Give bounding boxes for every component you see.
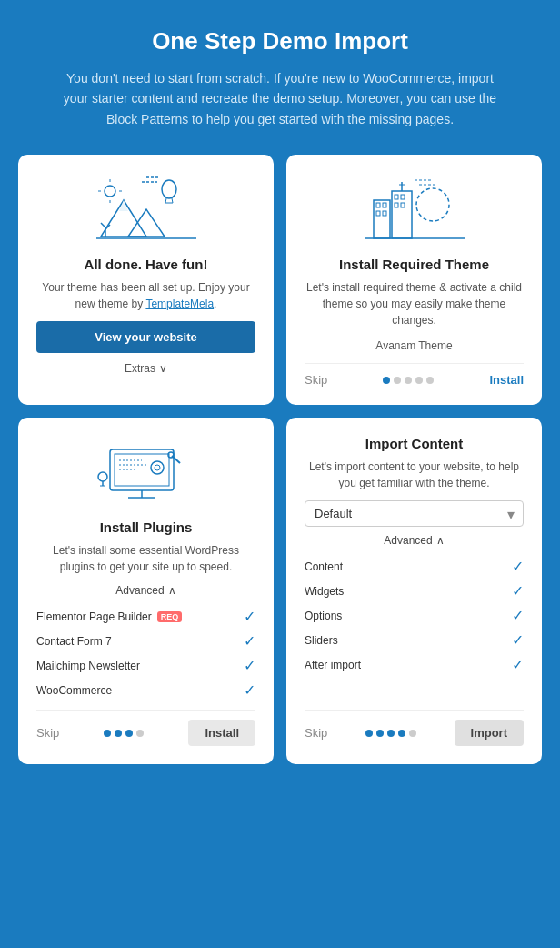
dot-i5: [409, 730, 416, 737]
plugin-name-contact: Contact Form 7: [36, 635, 112, 648]
page-title: One Step Demo Import: [152, 27, 408, 55]
plugins-install-button[interactable]: Install: [188, 720, 255, 746]
import-item-options: Options ✓: [305, 603, 524, 628]
check-icon-mailchimp[interactable]: ✓: [244, 657, 255, 674]
check-icon-sliders[interactable]: ✓: [512, 631, 524, 649]
import-dropdown[interactable]: Default: [305, 500, 524, 527]
svg-point-45: [98, 472, 107, 481]
import-button[interactable]: Import: [455, 720, 524, 746]
view-website-button[interactable]: View your website: [36, 321, 255, 353]
plugin-name-mailchimp: Mailchimp Newsletter: [36, 660, 140, 672]
dot-p1: [104, 730, 111, 737]
svg-marker-7: [128, 209, 165, 237]
svg-rect-21: [383, 203, 386, 207]
theme-progress-dots: [383, 377, 434, 384]
dot-2: [394, 377, 401, 384]
theme-illustration: [360, 173, 469, 246]
plugins-illustration: [92, 436, 201, 509]
svg-point-18: [416, 188, 449, 221]
plugins-advanced-toggle[interactable]: Advanced ∧: [115, 584, 175, 597]
dot-i3: [387, 730, 395, 737]
svg-point-41: [151, 461, 164, 474]
card-import: Import Content Let's import content to y…: [286, 418, 542, 764]
import-progress-dots: [365, 730, 416, 737]
import-skip-button[interactable]: Skip: [305, 726, 327, 740]
import-dropdown-wrapper: Default: [305, 500, 524, 527]
plugin-item-contact: Contact Form 7 ✓: [36, 629, 255, 653]
card-theme: Install Required Theme Let's install req…: [286, 155, 542, 405]
svg-rect-27: [395, 203, 398, 207]
req-badge-elementor: REQ: [157, 611, 183, 622]
theme-title: Install Required Theme: [339, 257, 489, 272]
content-label: Content: [305, 560, 343, 573]
plugin-name-elementor: Elementor Page Builder: [36, 610, 152, 623]
svg-rect-23: [383, 211, 386, 216]
check-icon-contact[interactable]: ✓: [244, 632, 255, 650]
chevron-up-icon: ∧: [168, 584, 176, 597]
dot-1: [383, 377, 390, 384]
check-icon-widgets[interactable]: ✓: [512, 582, 524, 600]
import-content-list: Content ✓ Widgets ✓ Options ✓ Sliders ✓ …: [305, 554, 524, 677]
import-item-widgets: Widgets ✓: [305, 579, 524, 603]
import-dropdown-row: Default: [305, 500, 524, 527]
import-title: Import Content: [365, 436, 463, 451]
done-title: All done. Have fun!: [85, 257, 208, 272]
check-icon-woo[interactable]: ✓: [244, 681, 255, 699]
dot-5: [426, 377, 434, 384]
dot-i2: [376, 730, 384, 737]
svg-line-3: [165, 198, 166, 203]
page-subtitle: You don't need to start from scratch. If…: [53, 68, 507, 129]
cards-grid: All done. Have fun! Your theme has been …: [18, 155, 542, 764]
done-description: Your theme has been all set up. Enjoy yo…: [36, 279, 255, 312]
dot-4: [415, 377, 423, 384]
plugin-item-elementor: Elementor Page Builder REQ ✓: [36, 604, 255, 629]
svg-rect-22: [376, 211, 380, 216]
svg-rect-25: [395, 195, 398, 199]
check-icon-afterimport[interactable]: ✓: [512, 656, 524, 673]
import-item-sliders: Sliders ✓: [305, 628, 524, 652]
theme-footer: Skip Install: [305, 363, 524, 387]
theme-skip-button[interactable]: Skip: [305, 373, 327, 387]
svg-rect-28: [401, 203, 405, 207]
plugins-title: Install Plugins: [100, 519, 193, 535]
plugins-list: Elementor Page Builder REQ ✓ Contact For…: [36, 604, 255, 702]
svg-point-2: [162, 180, 176, 198]
plugins-skip-button[interactable]: Skip: [36, 726, 59, 740]
svg-line-15: [101, 223, 105, 227]
dot-p3: [125, 730, 133, 737]
svg-point-42: [155, 465, 160, 470]
plugins-description: Let's install some essential WordPress p…: [36, 542, 255, 575]
card-plugins: Install Plugins Let's install some essen…: [18, 418, 274, 764]
plugins-progress-dots: [104, 730, 144, 737]
card-done: All done. Have fun! Your theme has been …: [18, 155, 274, 405]
check-icon-elementor[interactable]: ✓: [244, 608, 255, 625]
import-advanced-toggle[interactable]: Advanced ∧: [384, 534, 444, 547]
chevron-up-icon-import: ∧: [436, 534, 445, 547]
theme-install-button[interactable]: Install: [489, 373, 524, 387]
dot-3: [405, 377, 412, 384]
import-description: Let's import content to your website, to…: [305, 459, 524, 491]
sliders-label: Sliders: [305, 634, 338, 647]
svg-rect-20: [376, 203, 380, 207]
svg-line-4: [172, 198, 173, 203]
plugin-item-mailchimp: Mailchimp Newsletter ✓: [36, 653, 255, 678]
templatemela-link[interactable]: TemplateMela: [145, 298, 214, 310]
import-item-afterimport: After import ✓: [305, 652, 524, 677]
plugin-name-woo: WooCommerce: [36, 684, 112, 697]
dot-i1: [365, 730, 373, 737]
svg-point-9: [105, 186, 115, 197]
chevron-down-icon: ∨: [159, 362, 167, 375]
import-footer: Skip Import: [305, 710, 524, 746]
plugin-item-woo: WooCommerce ✓: [36, 678, 255, 702]
afterimport-label: After import: [305, 659, 361, 671]
dot-i4: [398, 730, 405, 737]
check-icon-options[interactable]: ✓: [512, 607, 524, 624]
options-label: Options: [305, 610, 342, 622]
check-icon-content[interactable]: ✓: [512, 558, 524, 575]
done-illustration: [92, 173, 201, 246]
import-item-content: Content ✓: [305, 554, 524, 579]
dot-p4: [136, 730, 144, 737]
svg-rect-26: [401, 195, 405, 199]
theme-name: Avanam Theme: [375, 338, 452, 354]
extras-toggle[interactable]: Extras ∨: [125, 362, 167, 375]
